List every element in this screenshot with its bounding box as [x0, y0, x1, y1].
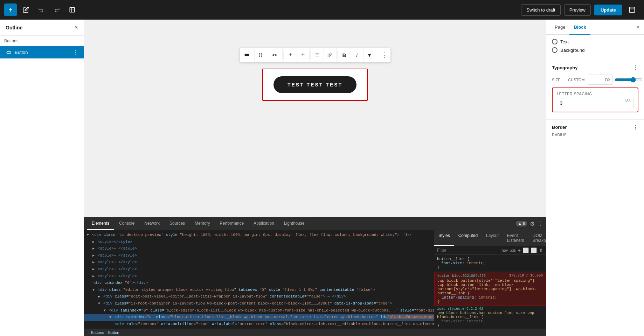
sidebar-item-label: Button [15, 50, 70, 55]
border-more-icon[interactable]: ⋮ [633, 124, 638, 131]
styles-tab-dom-breakpoints[interactable]: DOM Breakpoints [528, 230, 546, 246]
block-tab[interactable]: Block [569, 20, 590, 35]
text-option-row: Text [552, 39, 638, 44]
triangle-pt[interactable]: ▶ [98, 295, 100, 299]
html-line-1[interactable]: ▼ <div class="is-desktop-preview" style=… [84, 232, 434, 239]
page-tab[interactable]: Page [550, 20, 569, 35]
edit-button[interactable] [20, 4, 32, 16]
style-icon-1[interactable]: ⬜ [523, 247, 529, 253]
svg-point-12 [261, 56, 262, 57]
style-icon-2[interactable]: ⬜ [531, 247, 537, 253]
devtools-settings-icon[interactable]: ⚙ [530, 220, 535, 227]
styles-tabs: Styles Computed Layout Event Listeners D… [434, 230, 546, 246]
hov-button[interactable]: :hov [501, 248, 508, 252]
elements-panel[interactable]: ▼ <div class="is-desktop-preview" style=… [84, 230, 434, 329]
add-before-button[interactable]: + [284, 48, 297, 62]
list-view-button[interactable] [66, 4, 78, 16]
html-line-style-3[interactable]: ▶ <style>⋯ </style> [84, 252, 434, 259]
styles-tab-styles[interactable]: Styles [434, 230, 454, 246]
sidebar-item-button[interactable]: Button ⋮ [0, 46, 84, 58]
add-after-button[interactable]: + [297, 48, 310, 62]
triangle-btnb[interactable]: ▼ [109, 315, 111, 319]
styles-tab-event-listeners[interactable]: Event Listeners [503, 230, 528, 246]
html-line-button-link[interactable]: <div role="textbox" aria-multiline="true… [84, 321, 434, 328]
border-title: Border ⋮ [552, 124, 638, 131]
triangle-s5[interactable]: ▶ [92, 267, 95, 271]
text-radio[interactable] [552, 39, 558, 44]
devtools-tab-network[interactable]: Network [139, 217, 165, 230]
breadcrumb-buttons[interactable]: Buttons [91, 330, 104, 335]
html-line-style-2[interactable]: ▶ <style>⋯ </style> [84, 245, 434, 252]
block-type-button[interactable] [240, 48, 255, 62]
drag-handle-button[interactable] [255, 48, 267, 62]
devtools-more-icon[interactable]: ⋮ [538, 220, 543, 227]
typography-more-icon[interactable]: ⋮ [633, 64, 638, 71]
html-line-button-block[interactable]: ▼ <div tabindex="0" class="block-editor-… [84, 314, 434, 321]
html-line-div-tabindex[interactable]: <div tabindex="0"></div> [84, 280, 434, 287]
triangle-s4[interactable]: ▶ [92, 260, 95, 264]
view-mode-button[interactable] [626, 4, 638, 16]
devtools-tab-console[interactable]: Console [114, 217, 139, 230]
html-line-editor-wrapper[interactable]: ▼ <div class="editor-styles-wrapper bloc… [84, 287, 434, 294]
background-radio[interactable] [552, 47, 558, 53]
triangle-s3[interactable]: ▶ [92, 254, 95, 258]
redo-button[interactable] [50, 4, 63, 16]
styles-content[interactable]: button__link { font-size: inherit; } edi… [434, 255, 546, 329]
scroll-to-top-icon[interactable]: ⇧ [539, 247, 543, 253]
main-layout: Outline × Buttons Button ⋮ <> [0, 20, 644, 336]
left-sidebar: Outline × Buttons Button ⋮ [0, 20, 84, 336]
breadcrumb-sep: › [105, 330, 107, 335]
devtools-tab-application[interactable]: Application [249, 217, 279, 230]
block-toolbar: <> + + B I ▾ ⋮ [240, 48, 391, 62]
bold-button[interactable]: B [338, 48, 351, 62]
add-block-button[interactable]: + [4, 4, 17, 16]
letter-spacing-input[interactable] [557, 98, 633, 108]
html-line-style-1[interactable]: ▶ <style></style> [84, 239, 434, 246]
update-button[interactable]: Update [594, 5, 622, 15]
top-right-actions: Switch to draft Preview Update [521, 4, 638, 16]
right-sidebar-close-button[interactable]: × [636, 24, 640, 31]
test-button[interactable]: TEST TEST TEST [273, 76, 356, 93]
sidebar-item-more-icon[interactable]: ⋮ [72, 49, 78, 56]
html-line-style-6[interactable]: ▶ <style>⋯ </style> [84, 273, 434, 280]
devtools-tab-elements[interactable]: Elements [87, 217, 114, 230]
triangle-bb[interactable]: ▼ [104, 309, 106, 313]
style-rule-font-size: load-styles.er6.2.2:42 .wp-block-buttons… [434, 306, 546, 329]
devtools-tab-performance[interactable]: Performance [215, 217, 249, 230]
styles-filter-input[interactable] [437, 248, 499, 253]
italic-button[interactable]: I [351, 48, 363, 62]
cls-button[interactable]: .cls [510, 248, 516, 252]
triangle-s2[interactable]: ▶ [92, 247, 95, 251]
triangle-ew[interactable]: ▼ [92, 288, 95, 292]
more-options-button[interactable]: ⋮ [378, 48, 390, 62]
content-area: <> + + B I ▾ ⋮ TE [84, 20, 546, 217]
triangle-rc[interactable]: ▼ [98, 302, 100, 306]
add-style-icon[interactable]: + [518, 247, 521, 253]
styles-tab-layout[interactable]: Layout [482, 230, 503, 246]
html-line-buttons-block[interactable]: ▼ <div tabindex="0" class="block-editor-… [84, 307, 434, 314]
undo-button[interactable] [35, 4, 48, 16]
devtools-tab-lighthouse[interactable]: Lighthouse [279, 217, 310, 230]
sidebar-close-button[interactable]: × [74, 24, 78, 31]
font-size-slider[interactable] [615, 77, 643, 83]
switch-to-draft-button[interactable]: Switch to draft [521, 4, 560, 16]
breadcrumb-button[interactable]: Button [108, 330, 119, 335]
triangle-1[interactable]: ▼ [87, 233, 89, 237]
html-line-style-4[interactable]: ▶ <style>⋯ </style> [84, 259, 434, 266]
svg-point-10 [261, 55, 262, 55]
more-rich-text-button[interactable]: ▾ [363, 48, 376, 62]
preview-button[interactable]: Preview [564, 4, 591, 16]
triangle-s6[interactable]: ▶ [92, 274, 95, 278]
html-line-root-container[interactable]: ▼ <div class="is-root-container is-layou… [84, 300, 434, 307]
link-button[interactable] [324, 48, 337, 62]
devtools-tab-sources[interactable]: Sources [165, 217, 190, 230]
svg-rect-3 [630, 7, 635, 13]
html-line-style-5[interactable]: ▶ <style>⋯ </style> [84, 266, 434, 273]
align-button[interactable] [311, 48, 324, 62]
background-label: Background [560, 48, 584, 53]
triangle-s1[interactable]: ▶ [92, 240, 95, 244]
styles-tab-computed[interactable]: Computed [454, 230, 482, 246]
devtools-tab-memory[interactable]: Memory [190, 217, 215, 230]
code-editor-button[interactable]: <> [267, 48, 283, 62]
html-line-post-title[interactable]: ▶ <div class="edit-post-visual-editor__p… [84, 293, 434, 300]
